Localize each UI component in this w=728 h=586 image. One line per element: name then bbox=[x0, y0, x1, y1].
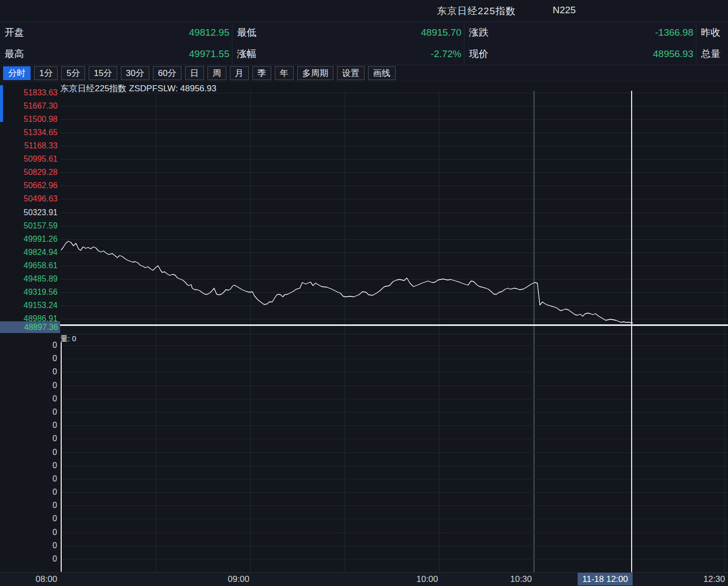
tab-日[interactable]: 日 bbox=[185, 66, 204, 80]
volume-axis-label: 0 bbox=[0, 554, 57, 564]
tab-设置[interactable]: 设置 bbox=[337, 66, 365, 80]
crosshair-horizontal-line bbox=[60, 324, 728, 326]
time-gridline bbox=[156, 91, 157, 572]
price-axis-label: 51500.98 bbox=[0, 114, 58, 124]
volume-axis-label: 0 bbox=[0, 380, 57, 391]
price-gridline bbox=[60, 213, 728, 213]
volume-gridline bbox=[60, 479, 728, 479]
stat-cell-总量: 总量 bbox=[696, 44, 728, 64]
time-axis-label: 10:30 bbox=[510, 574, 532, 584]
volume-gridline bbox=[60, 439, 728, 439]
volume-gridline bbox=[60, 505, 728, 506]
volume-axis-label: 0 bbox=[0, 394, 57, 404]
tab-30分[interactable]: 30分 bbox=[121, 66, 149, 80]
volume-axis-label: 0 bbox=[0, 447, 57, 457]
price-axis-label: 51833.63 bbox=[0, 88, 58, 98]
stat-value: -1366.98 bbox=[488, 27, 696, 38]
price-axis-label: 49319.56 bbox=[0, 287, 58, 297]
tab-5分[interactable]: 5分 bbox=[61, 66, 85, 80]
stat-cell-涨幅: 涨幅-2.72% bbox=[232, 44, 464, 64]
stat-label: 现价 bbox=[464, 47, 488, 61]
price-axis-label: 50496.63 bbox=[0, 194, 58, 204]
stat-cell-开盘: 开盘49812.95 bbox=[0, 22, 232, 43]
stats-row: 开盘49812.95最低48915.70涨跌-1366.98昨收 bbox=[0, 22, 728, 43]
stat-value: 48956.93 bbox=[488, 48, 696, 60]
volume-gridline bbox=[60, 519, 728, 519]
price-axis-label: 50995.61 bbox=[0, 154, 58, 164]
volume-gridline bbox=[60, 425, 728, 426]
tab-画线[interactable]: 画线 bbox=[368, 66, 396, 80]
volume-gridline bbox=[60, 559, 728, 559]
stat-value: -2.72% bbox=[256, 48, 464, 60]
volume-axis-label: 0 bbox=[0, 541, 57, 551]
tab-周[interactable]: 周 bbox=[207, 66, 226, 80]
price-gridline bbox=[60, 186, 728, 186]
stat-cell-现价: 现价48956.93 bbox=[464, 44, 696, 64]
stat-value: 49812.95 bbox=[24, 27, 232, 38]
price-gridline bbox=[60, 252, 728, 253]
stat-value: 49971.55 bbox=[24, 48, 232, 60]
stat-label: 开盘 bbox=[0, 26, 24, 39]
volume-gridline bbox=[60, 452, 728, 453]
price-gridline bbox=[60, 305, 728, 306]
stat-label: 涨幅 bbox=[232, 47, 256, 61]
volume-gridline bbox=[60, 412, 728, 413]
stat-label: 总量 bbox=[696, 47, 720, 61]
panel-separator-line bbox=[60, 334, 728, 335]
volume-axis-label: 0 bbox=[0, 487, 57, 497]
time-axis-label: 10:00 bbox=[417, 574, 438, 584]
tab-季[interactable]: 季 bbox=[252, 66, 271, 80]
stat-value: 48915.70 bbox=[256, 27, 464, 38]
volume-gridline bbox=[60, 372, 728, 372]
volume-axis-label: 0 bbox=[0, 407, 57, 417]
stats-row: 最高49971.55涨幅-2.72%现价48956.93总量 bbox=[0, 44, 728, 64]
time-gridline bbox=[533, 91, 535, 572]
time-gridline bbox=[439, 91, 439, 572]
price-axis-label: 49485.89 bbox=[0, 274, 58, 284]
price-gridline bbox=[60, 133, 728, 133]
volume-gridline bbox=[60, 386, 728, 386]
stat-label: 涨跌 bbox=[464, 26, 488, 39]
stat-label: 最低 bbox=[232, 26, 256, 39]
index-code: N225 bbox=[553, 5, 576, 16]
price-gridline bbox=[60, 279, 728, 279]
scrollbar-thumb[interactable] bbox=[0, 85, 3, 122]
price-axis-label: 51334.65 bbox=[0, 128, 58, 138]
stat-cell-最低: 最低48915.70 bbox=[232, 22, 464, 43]
tab-1分[interactable]: 1分 bbox=[34, 66, 58, 80]
time-gridline bbox=[345, 91, 345, 572]
price-axis-label: 49658.61 bbox=[0, 261, 58, 271]
volume-gridline bbox=[60, 546, 728, 546]
intraday-chart-surface[interactable] bbox=[0, 82, 728, 572]
stat-cell-昨收: 昨收 bbox=[696, 22, 728, 43]
price-axis-label: 51168.33 bbox=[0, 141, 58, 151]
price-axis-label: 50323.91 bbox=[0, 208, 58, 218]
volume-gridline bbox=[60, 492, 728, 493]
title-bar: 东京日经225指数 N225 bbox=[0, 0, 728, 22]
price-axis-label: 49153.24 bbox=[0, 300, 58, 311]
index-name: 东京日经225指数 bbox=[437, 5, 516, 18]
tab-月[interactable]: 月 bbox=[230, 66, 249, 80]
tab-15分[interactable]: 15分 bbox=[89, 66, 117, 80]
stat-label: 昨收 bbox=[696, 26, 720, 39]
quote-stats-panel: 开盘49812.95最低48915.70涨跌-1366.98昨收最高49971.… bbox=[0, 22, 728, 65]
volume-axis-label: 0 bbox=[0, 420, 57, 430]
time-gridline bbox=[250, 91, 251, 572]
price-gridline bbox=[60, 119, 728, 120]
price-gridline bbox=[60, 239, 728, 240]
tab-年[interactable]: 年 bbox=[275, 66, 294, 80]
price-axis-label: 49824.94 bbox=[0, 247, 58, 258]
price-gridline bbox=[60, 199, 728, 199]
volume-gridline bbox=[60, 359, 728, 359]
stat-cell-最高: 最高49971.55 bbox=[0, 44, 232, 64]
tab-分时[interactable]: 分时 bbox=[3, 66, 31, 80]
stat-label: 最高 bbox=[0, 47, 24, 61]
price-gridline bbox=[60, 159, 728, 160]
volume-axis-line bbox=[61, 342, 62, 572]
volume-gridline bbox=[60, 399, 728, 399]
price-axis-label: 50829.28 bbox=[0, 167, 58, 177]
tab-60分[interactable]: 60分 bbox=[153, 66, 181, 80]
price-axis-label: 49991.26 bbox=[0, 234, 58, 244]
tab-多周期[interactable]: 多周期 bbox=[297, 66, 333, 80]
volume-gridline bbox=[60, 466, 728, 466]
